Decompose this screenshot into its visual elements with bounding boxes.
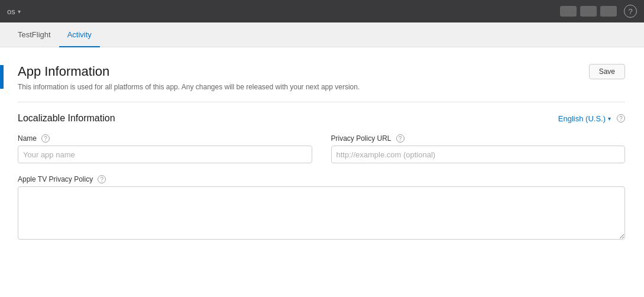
help-button[interactable]: ? (624, 5, 637, 18)
name-label-row: Name ? (18, 134, 312, 143)
language-selector[interactable]: English (U.S.) ▾ (558, 114, 611, 123)
subsection-header: Localizable Information English (U.S.) ▾… (18, 113, 625, 124)
appletv-label: Apple TV Privacy Policy (18, 175, 93, 183)
section-header: App Information This information is used… (18, 64, 625, 91)
name-help-icon[interactable]: ? (41, 134, 50, 143)
privacy-url-input[interactable] (331, 146, 626, 163)
tab-testflight[interactable]: TestFlight (9, 23, 59, 47)
secondary-nav: TestFlight Activity (0, 22, 644, 47)
section-title: App Information (18, 64, 360, 79)
app-name-nav[interactable]: os ▾ (7, 7, 21, 16)
section-description: This information is used for all platfor… (18, 83, 360, 91)
form-group-name: Name ? (18, 134, 312, 163)
save-button[interactable]: Save (589, 64, 625, 79)
language-label: English (U.S.) (558, 114, 606, 123)
privacy-url-label: Privacy Policy URL (331, 134, 391, 143)
nav-dot-1 (560, 6, 577, 17)
divider (18, 102, 625, 102)
subsection-title: Localizable Information (18, 113, 115, 124)
form-row-name-privacy: Name ? Privacy Policy URL ? (18, 134, 625, 163)
form-group-privacy-url: Privacy Policy URL ? (331, 134, 626, 163)
privacy-url-label-row: Privacy Policy URL ? (331, 134, 626, 143)
top-nav-left: os ▾ (7, 7, 21, 16)
localizable-help-icon[interactable]: ? (617, 114, 625, 122)
appletv-textarea[interactable] (18, 186, 625, 240)
section-title-group: App Information This information is used… (18, 64, 360, 91)
language-chevron-icon: ▾ (608, 115, 611, 122)
nav-dots-group (560, 6, 617, 17)
app-name-chevron: ▾ (18, 8, 21, 15)
nav-dot-2 (580, 6, 597, 17)
appletv-help-icon[interactable]: ? (98, 175, 106, 183)
main-content: App Information This information is used… (0, 47, 644, 297)
appletv-label-row: Apple TV Privacy Policy ? (18, 175, 625, 183)
name-input[interactable] (18, 146, 312, 163)
language-group: English (U.S.) ▾ ? (558, 114, 625, 123)
privacy-url-help-icon[interactable]: ? (396, 134, 404, 143)
name-label: Name (18, 134, 37, 143)
app-name-label: os (7, 7, 15, 16)
tab-activity[interactable]: Activity (59, 23, 100, 47)
top-nav-bar: os ▾ ? (0, 0, 644, 22)
form-group-appletv: Apple TV Privacy Policy ? (18, 175, 625, 241)
content-body: App Information This information is used… (4, 47, 644, 297)
nav-dot-3 (600, 6, 617, 17)
top-nav-right: ? (560, 5, 637, 18)
